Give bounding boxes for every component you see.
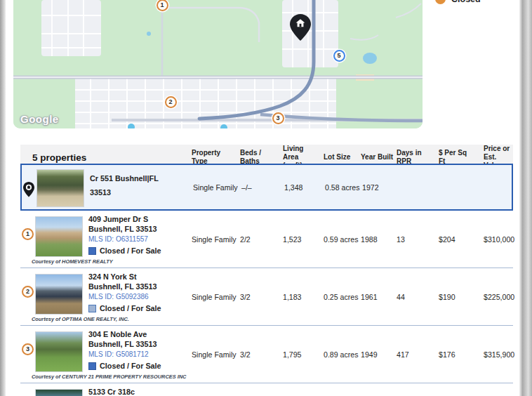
map-legend: Closed (435, 0, 481, 4)
table-row[interactable]: 3 304 E Noble Ave Bushnell, FL 33513 MLS… (20, 326, 513, 383)
address-line1: 304 E Noble Ave (88, 330, 161, 340)
cell-price-per-sqft: $204 (439, 211, 478, 268)
cell-price: $225,000 (478, 268, 517, 325)
cell-price-per-sqft: $176 (439, 326, 478, 383)
cell-living-area: 1,348 (284, 165, 325, 209)
table-row[interactable]: 5133 Cr 318c (20, 383, 513, 396)
mls-id: MLS ID: G5092386 (88, 292, 161, 302)
cell-lot-size (324, 383, 361, 396)
address-line2: Bushnell, FL 33513 (88, 340, 161, 350)
address-line2: 33513 (90, 186, 159, 200)
map-marker-5[interactable]: 5 (333, 50, 345, 62)
status-label: Closed / For Sale (100, 362, 161, 370)
property-photo[interactable] (35, 216, 83, 257)
cell-year-built: 1972 (362, 165, 398, 209)
address-line2: Bushnell, FL 33513 (88, 282, 161, 292)
subject-pin-marker[interactable] (290, 14, 311, 44)
courtesy-text: Courtesy of OPTIMA ONE REALTY, INC. (32, 316, 129, 322)
map-marker-2[interactable]: 2 (165, 96, 177, 108)
status-square-icon (88, 305, 96, 312)
subject-pin-icon (23, 182, 34, 197)
table-title: 5 properties (20, 152, 192, 163)
property-photo[interactable] (35, 331, 83, 372)
cell-price: $315,900 (478, 326, 517, 383)
cell-price-per-sqft: $190 (439, 268, 478, 325)
cell-living-area (283, 383, 324, 396)
cell-days-in-rpr: 44 (397, 268, 439, 325)
courtesy-text: Courtesy of HOMEVEST REALTY (32, 258, 113, 265)
cell-beds-baths: 2/2 (240, 211, 283, 268)
status-label: Closed / For Sale (100, 304, 161, 312)
map-marker-1[interactable]: 1 (157, 0, 168, 11)
cell-property-type: Single Family (193, 165, 241, 209)
cell-lot-size: 0.58 acres (325, 165, 362, 209)
cell-year-built: 1961 (361, 268, 397, 325)
map[interactable]: 1235 Google (13, 0, 423, 128)
cell-lot-size: 0.25 acres (324, 268, 361, 325)
column-header: Year Built (361, 153, 397, 161)
cell-price (478, 383, 513, 396)
table-row[interactable]: Cr 551 Bushnell|FL 33513 Single Family –… (20, 164, 513, 211)
cell-property-type: Single Family (192, 268, 240, 325)
page-content: 1235 Google Closed 5 properties Property… (6, 0, 519, 396)
cell-property-type: Single Family (192, 211, 240, 268)
mls-id: MLS ID: O6311557 (88, 235, 161, 244)
status-badge: Closed / For Sale (88, 362, 161, 370)
row-marker[interactable] (22, 383, 34, 396)
status-square-icon (88, 247, 96, 255)
cell-beds-baths (240, 383, 283, 396)
cell-year-built: 1988 (361, 211, 397, 268)
status-label: Closed / For Sale (100, 246, 161, 255)
row-number-marker: 3 (22, 343, 34, 355)
table-header: 5 properties Property TypeBeds / BathsLi… (20, 145, 513, 164)
table-row[interactable]: 2 324 N York St Bushnell, FL 33513 MLS I… (20, 268, 513, 326)
property-rows: Cr 551 Bushnell|FL 33513 Single Family –… (20, 164, 513, 396)
cell-living-area: 1,183 (283, 268, 324, 325)
cell-beds-baths: 3/2 (240, 268, 283, 325)
closed-legend-icon (435, 0, 446, 4)
cell-lot-size: 0.89 acres (324, 326, 361, 383)
cell-property-type: Single Family (192, 326, 240, 383)
address-line1: 5133 Cr 318c (88, 388, 135, 396)
address-line1: Cr 551 Bushnell|FL (90, 172, 159, 186)
closed-legend-label: Closed (451, 0, 481, 4)
property-photo[interactable] (36, 169, 84, 207)
window-edge-left (0, 0, 6, 396)
address-line1: 409 Jumper Dr S (88, 215, 161, 225)
map-marker-layer: 1235 (13, 0, 423, 128)
cell-days-in-rpr (398, 165, 440, 209)
cell-days-in-rpr: 13 (397, 211, 439, 268)
cell-living-area: 1,795 (283, 326, 324, 383)
property-photo[interactable] (35, 274, 83, 315)
row-number-marker: 2 (22, 286, 34, 298)
status-square-icon (88, 362, 96, 370)
cell-price (479, 165, 512, 209)
cell-price-per-sqft (439, 383, 478, 396)
google-logo: Google (20, 113, 59, 125)
map-marker-3[interactable]: 3 (272, 112, 284, 124)
row-number-marker: 1 (22, 228, 34, 240)
properties-table: 5 properties Property TypeBeds / BathsLi… (20, 145, 513, 396)
row-marker[interactable] (23, 165, 35, 209)
courtesy-text: Courtesy of CENTURY 21 PRIME PROPERTY RE… (32, 374, 186, 380)
window-edge-right (519, 0, 532, 396)
cell-beds-baths: 3/2 (240, 326, 283, 383)
status-badge: Closed / For Sale (88, 246, 161, 255)
table-row[interactable]: 1 409 Jumper Dr S Bushnell, FL 33513 MLS… (20, 211, 513, 268)
cell-living-area: 1,523 (283, 211, 324, 268)
cell-price-per-sqft (440, 165, 479, 209)
cell-price: $310,000 (478, 211, 517, 268)
cell-year-built: 1949 (361, 326, 397, 383)
address-line1: 324 N York St (88, 272, 161, 282)
cell-year-built (361, 383, 397, 396)
mls-id: MLS ID: G5081712 (88, 350, 161, 359)
status-badge: Closed / For Sale (88, 304, 161, 312)
address-line2: Bushnell, FL 33513 (88, 225, 161, 235)
cell-days-in-rpr: 417 (397, 326, 439, 383)
property-photo[interactable] (35, 389, 83, 396)
cell-days-in-rpr (397, 383, 439, 396)
column-header: Lot Size (324, 153, 361, 161)
cell-beds-baths: –/– (241, 165, 284, 209)
cell-lot-size: 0.59 acres (324, 211, 361, 268)
cell-property-type (192, 383, 240, 396)
